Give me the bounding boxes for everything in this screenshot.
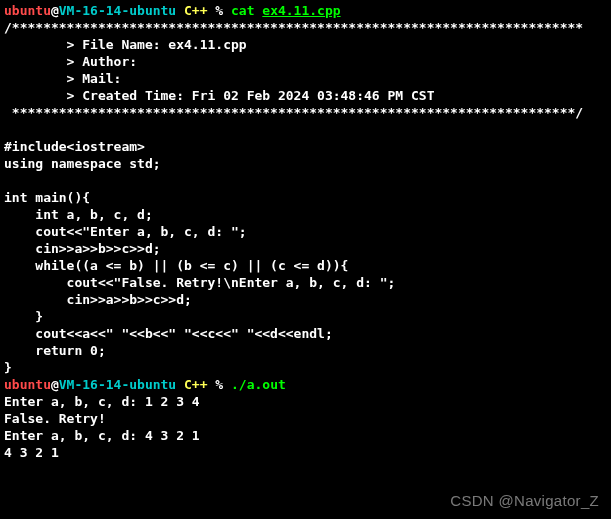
prompt-symbol: % [215,3,231,18]
code-line: } [4,359,607,376]
cwd: C++ [176,377,215,392]
command: cat [231,3,262,18]
host: VM-16-14-ubuntu [59,377,176,392]
code-line: #include<iostream> [4,138,607,155]
prompt-line-1: ubuntu@VM-16-14-ubuntu C++ % cat ex4.11.… [4,2,607,19]
code-line: using namespace std; [4,155,607,172]
code-line: } [4,308,607,325]
user: ubuntu [4,377,51,392]
program-output: False. Retry! [4,410,607,427]
code-line: cin>>a>>b>>c>>d; [4,240,607,257]
code-line: cout<<"Enter a, b, c, d: "; [4,223,607,240]
program-output: Enter a, b, c, d: 1 2 3 4 [4,393,607,410]
code-line: return 0; [4,342,607,359]
terminal-output[interactable]: ubuntu@VM-16-14-ubuntu C++ % cat ex4.11.… [4,2,607,461]
blank-line [4,172,607,189]
user: ubuntu [4,3,51,18]
prompt-symbol: % [215,377,231,392]
at: @ [51,377,59,392]
comment-top: /***************************************… [4,19,607,36]
prompt-line-2: ubuntu@VM-16-14-ubuntu C++ % ./a.out [4,376,607,393]
code-line: cin>>a>>b>>c>>d; [4,291,607,308]
code-line: cout<<a<<" "<<b<<" "<<c<<" "<<d<<endl; [4,325,607,342]
host: VM-16-14-ubuntu [59,3,176,18]
comment-bottom: ****************************************… [4,104,607,121]
comment-filename: > File Name: ex4.11.cpp [4,36,607,53]
comment-mail: > Mail: [4,70,607,87]
command: ./a.out [231,377,286,392]
code-line: int main(){ [4,189,607,206]
comment-time: > Created Time: Fri 02 Feb 2024 03:48:46… [4,87,607,104]
code-line: cout<<"False. Retry!\nEnter a, b, c, d: … [4,274,607,291]
program-output: 4 3 2 1 [4,444,607,461]
command-arg: ex4.11.cpp [262,3,340,18]
watermark: CSDN @Navigator_Z [450,492,599,509]
code-line: int a, b, c, d; [4,206,607,223]
comment-author: > Author: [4,53,607,70]
cwd: C++ [176,3,215,18]
code-line: while((a <= b) || (b <= c) || (c <= d)){ [4,257,607,274]
at: @ [51,3,59,18]
program-output: Enter a, b, c, d: 4 3 2 1 [4,427,607,444]
blank-line [4,121,607,138]
